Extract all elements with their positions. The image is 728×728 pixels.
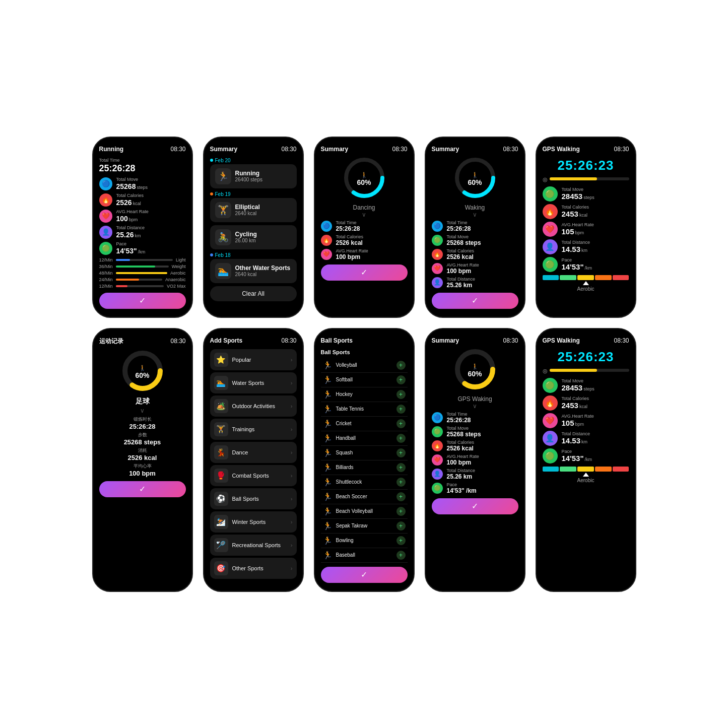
confirm-button[interactable]: ✓ xyxy=(321,264,408,281)
ball-item-add-10[interactable]: + xyxy=(396,507,406,516)
cn-stat-value-3: 100 bpm xyxy=(99,470,186,477)
stat-value-5: 14'53" /km xyxy=(447,487,518,494)
confirm-button[interactable]: ✓ xyxy=(432,293,518,309)
ball-item-name-12: Bowling xyxy=(336,538,396,543)
zone-label-3: 24/Min xyxy=(99,277,113,282)
date-label-0: Feb 20 xyxy=(210,158,297,163)
circle-icon: 🚶 xyxy=(468,171,482,178)
big-stat-info-0: Total Move 28453steps xyxy=(562,187,594,201)
ball-item-add-2[interactable]: + xyxy=(396,390,406,399)
ball-item-name-9: Beach Soccer xyxy=(336,494,396,499)
total-time-label: Total Time xyxy=(99,158,186,163)
clear-all-button[interactable]: Clear All xyxy=(210,286,297,301)
sports-menu-label-5: Combat Sports xyxy=(232,473,291,479)
stat-info-4: Total Distance 25.26 km xyxy=(447,468,518,480)
summary-item-info-1-0: Elliptical 2640 kcal xyxy=(235,204,292,216)
stat-label-3: AVG.Heart Rate xyxy=(447,262,518,268)
big-stat-value-3: 14.53km xyxy=(562,436,590,445)
ball-item-2: 🏃 Hockey + xyxy=(321,387,408,402)
sports-menu-item-0[interactable]: ⭐ Popular › xyxy=(210,349,297,370)
circle-center: 🚶 60% xyxy=(468,171,482,186)
stat-row-1: 🟢 Total Move 25268 steps xyxy=(432,234,518,246)
watch-header-ball-sports: Ball Sports xyxy=(321,337,408,344)
chevron-down-icon[interactable]: ∨ xyxy=(432,403,518,410)
ball-item-add-7[interactable]: + xyxy=(396,463,406,472)
chevron-down-icon[interactable]: ∨ xyxy=(432,211,518,218)
ball-item-add-1[interactable]: + xyxy=(396,375,406,384)
ball-item-icon-12: 🏃 xyxy=(323,536,333,545)
sports-menu-icon-0: ⭐ xyxy=(214,353,228,367)
sports-menu-item-2[interactable]: 🏕️ Outdoor Activities › xyxy=(210,395,297,417)
stat-label-0: Total Move xyxy=(116,177,186,182)
stat-info-0: Total Time 25:26:28 xyxy=(447,220,518,232)
zone-bar-3 xyxy=(116,279,162,281)
confirm-button[interactable]: ✓ xyxy=(99,293,186,309)
ball-item-name-4: Cricket xyxy=(336,421,396,426)
sports-menu-item-3[interactable]: 🏋️ Trainings › xyxy=(210,419,297,440)
ball-item-icon-11: 🏃 xyxy=(323,521,333,531)
bottom-label: Aerobic xyxy=(543,286,629,292)
big-stat-icon-4: 🟢 xyxy=(543,257,558,272)
ball-sports-title: Ball Sports xyxy=(321,349,408,355)
sports-menu-item-1[interactable]: 🏊 Water Sports › xyxy=(210,372,297,393)
chevron-down-icon[interactable]: ∨ xyxy=(99,407,186,414)
sports-menu-label-7: Winter Sports xyxy=(232,519,291,525)
ball-item-add-4[interactable]: + xyxy=(396,419,406,428)
confirm-button[interactable]: ✓ xyxy=(99,481,186,497)
sports-menu-item-6[interactable]: ⚽ Ball Sports › xyxy=(210,488,297,509)
stat-value-2: 2526 kcal xyxy=(447,253,518,260)
ball-item-icon-6: 🏃 xyxy=(323,448,333,457)
cn-stat-label-2: 消耗 xyxy=(99,447,186,454)
ball-item-add-9[interactable]: + xyxy=(396,492,406,501)
sports-menu-label-9: Other Sports xyxy=(232,565,291,571)
ball-item-add-6[interactable]: + xyxy=(396,448,406,457)
stat-info-3: AVG.Heart Rate 100 bpm xyxy=(447,262,518,275)
ball-item-add-13[interactable]: + xyxy=(396,551,406,560)
watch-title-ball-sports: Ball Sports xyxy=(321,337,353,344)
big-stat-row-2: ❤️ AVG.Heart Rate 105bpm xyxy=(543,413,629,428)
chevron-down-icon[interactable]: ∨ xyxy=(321,211,408,218)
watch-time-summary1: 08:30 xyxy=(281,146,296,153)
stat-row-4: 👤 Total Distance 25.26 km xyxy=(432,277,518,289)
ball-item-add-11[interactable]: + xyxy=(396,521,406,531)
stat-icon-5: 🟢 xyxy=(432,483,443,494)
ball-item-add-12[interactable]: + xyxy=(396,536,406,545)
sports-menu-label-6: Ball Sports xyxy=(232,496,291,502)
ball-item-name-11: Sepak Takraw xyxy=(336,523,396,528)
summary-item-info-0-0: Running 26400 steps xyxy=(235,170,292,182)
ball-item-icon-5: 🏃 xyxy=(323,434,333,443)
ball-item-add-8[interactable]: + xyxy=(396,478,406,487)
sports-menu-item-8[interactable]: 🏸 Recreational Sports › xyxy=(210,535,297,556)
goal-icon: ◎ xyxy=(543,176,548,183)
ball-item-add-0[interactable]: + xyxy=(396,361,406,370)
goal-bar xyxy=(550,369,629,372)
stat-info-4: Pace 14'53"/km xyxy=(116,241,186,255)
ball-item-add-3[interactable]: + xyxy=(396,405,406,414)
sports-menu-item-9[interactable]: 🎯 Other Sports › xyxy=(210,558,297,579)
sports-menu-icon-9: 🎯 xyxy=(214,561,228,575)
watch-time-running: 08:30 xyxy=(170,146,185,153)
zone-name-1: Weight xyxy=(172,264,186,269)
stat-label-2: AVG.Heart Rate xyxy=(336,248,408,253)
ball-item-3: 🏃 Table Tennis + xyxy=(321,402,408,417)
chinese-activity-name: 足球 xyxy=(99,397,186,406)
big-stat-value-1: 2453kcal xyxy=(562,401,589,410)
stat-label-0: Total Time xyxy=(336,220,408,225)
big-stat-row-4: 🟢 Pace 14'53"/km xyxy=(543,448,629,464)
confirm-button[interactable]: ✓ xyxy=(432,498,518,514)
stat-info-3: AVG.Heart Rate 100 bpm xyxy=(447,454,518,466)
big-stat-label-1: Total Calories xyxy=(562,396,589,401)
stat-value-3: 25.26km xyxy=(116,230,186,239)
stat-label-4: Pace xyxy=(116,241,186,246)
date-label-2: Feb 18 xyxy=(210,252,297,258)
sports-menu-item-7[interactable]: ⛷️ Winter Sports › xyxy=(210,511,297,533)
ball-item-icon-2: 🏃 xyxy=(323,390,333,399)
color-bar-4 xyxy=(613,467,629,472)
circle-percent: 60% xyxy=(468,178,482,186)
confirm-button[interactable]: ✓ xyxy=(321,567,408,583)
ball-item-7: 🏃 Billiards + xyxy=(321,460,408,475)
sports-menu-item-4[interactable]: 💃 Dance › xyxy=(210,442,297,463)
sports-menu-item-5[interactable]: 🥊 Combat Sports › xyxy=(210,465,297,486)
stat-icon-0: 🔵 xyxy=(99,177,112,190)
ball-item-add-5[interactable]: + xyxy=(396,434,406,443)
